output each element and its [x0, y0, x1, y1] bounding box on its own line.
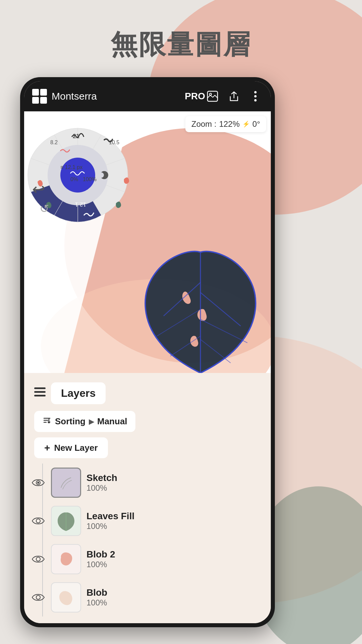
svg-point-25	[37, 482, 39, 484]
sorting-button[interactable]: Sorting ▶ Manual	[34, 411, 135, 432]
layer-info: Blob 2 100%	[86, 549, 264, 569]
svg-point-6	[254, 95, 257, 98]
toolbar-icons	[205, 89, 263, 104]
svg-text:8.2: 8.2	[50, 140, 58, 145]
sort-icon	[42, 416, 52, 427]
logo-square-2	[40, 89, 47, 96]
phone-screen: Montserra PRO	[24, 81, 271, 623]
layer-opacity: 100%	[86, 598, 264, 607]
svg-point-31	[37, 596, 39, 598]
layer-name: Leaves Fill	[86, 511, 264, 522]
svg-rect-22	[34, 391, 46, 393]
svg-text:0%: 0%	[70, 176, 78, 182]
layers-title-button[interactable]: Layers	[51, 382, 106, 404]
logo-square-3	[32, 97, 39, 104]
layer-visibility-icon[interactable]	[31, 590, 46, 605]
phone-frame: Montserra PRO	[20, 77, 275, 627]
layer-visibility-icon[interactable]	[31, 514, 46, 528]
layer-name: Blob 2	[86, 549, 264, 560]
logo-square-1	[32, 89, 39, 96]
page-title: 無限量圖層	[111, 30, 251, 59]
svg-text:10.5: 10.5	[109, 140, 119, 145]
sorting-label: Sorting	[55, 416, 85, 427]
layer-visibility-icon[interactable]	[31, 552, 46, 567]
canvas-area[interactable]: Zoom : 122% ⚡ 0°	[24, 111, 271, 373]
layer-visibility-icon[interactable]	[31, 475, 46, 490]
layers-menu-icon	[34, 387, 46, 399]
logo-square-4	[40, 97, 47, 104]
sorting-play-icon: ▶	[89, 418, 94, 426]
layer-list: Sketch 100%	[24, 464, 271, 623]
zoom-angle: 0°	[252, 119, 260, 129]
layer-name: Sketch	[86, 473, 264, 483]
layer-item[interactable]: Blob 100%	[24, 578, 271, 616]
svg-rect-21	[34, 387, 46, 389]
layer-item[interactable]: Blob 2 100%	[24, 540, 271, 578]
layer-name: Blob	[86, 587, 264, 598]
svg-text:100%: 100%	[83, 176, 97, 182]
app-name: Montserra	[52, 91, 185, 102]
svg-point-29	[37, 558, 39, 560]
zoom-lightning: ⚡	[242, 120, 250, 128]
layer-item[interactable]: Sketch 100%	[24, 464, 271, 502]
image-icon[interactable]	[205, 89, 220, 104]
zoom-indicator: Zoom : 122% ⚡ 0°	[185, 116, 266, 132]
new-layer-label: New Layer	[54, 443, 98, 453]
plus-icon: +	[44, 442, 50, 453]
svg-rect-23	[34, 395, 46, 396]
layer-thumbnail	[51, 468, 81, 498]
share-icon[interactable]	[227, 89, 241, 104]
layer-thumbnail	[51, 544, 81, 574]
rotate-button[interactable]: ↺	[40, 202, 49, 215]
svg-point-5	[254, 91, 257, 94]
layer-opacity: 100%	[86, 560, 264, 569]
svg-text:12.1: 12.1	[75, 201, 86, 208]
layer-opacity: 100%	[86, 522, 264, 531]
layers-header: Layers	[24, 373, 271, 411]
zoom-value: 122%	[219, 119, 240, 129]
new-layer-button[interactable]: + New Layer	[34, 437, 108, 458]
layer-thumbnail	[51, 582, 81, 612]
layers-controls: Sorting ▶ Manual	[24, 411, 271, 437]
svg-point-4	[209, 93, 212, 95]
layer-opacity: 100%	[86, 483, 264, 493]
app-logo	[32, 89, 47, 104]
undo-button[interactable]: ↩	[32, 180, 45, 198]
svg-point-7	[254, 99, 257, 102]
layer-info: Leaves Fill 100%	[86, 511, 264, 531]
layers-panel: Layers Sorting ▶ Manual	[24, 373, 271, 623]
layer-info: Sketch 100%	[86, 473, 264, 493]
svg-point-26	[36, 519, 40, 523]
svg-point-30	[36, 595, 40, 599]
top-bar: Montserra PRO	[24, 81, 271, 111]
svg-point-27	[37, 520, 39, 522]
pro-badge: PRO	[185, 91, 205, 102]
zoom-label: Zoom :	[191, 119, 217, 129]
layer-item[interactable]: Leaves Fill 100%	[24, 502, 271, 540]
svg-text:≡ 12.1 px: ≡ 12.1 px	[60, 164, 82, 170]
more-options-icon[interactable]	[248, 89, 263, 104]
layer-info: Blob 100%	[86, 587, 264, 607]
page-title-area: 無限量圖層	[0, 27, 362, 63]
svg-point-28	[36, 557, 40, 561]
sorting-mode: Manual	[97, 416, 127, 427]
layer-thumbnail	[51, 506, 81, 536]
